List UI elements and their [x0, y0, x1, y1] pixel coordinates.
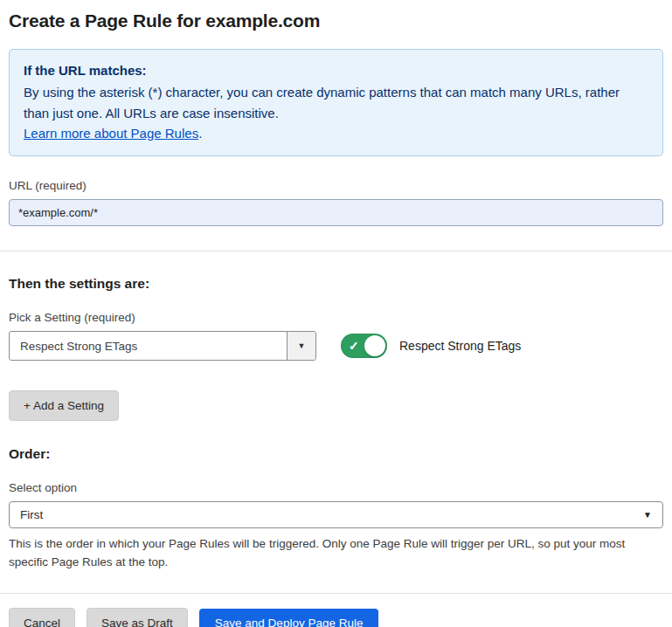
settings-heading: Then the settings are:	[9, 276, 663, 292]
check-icon: ✓	[349, 339, 359, 353]
setting-select[interactable]: Respect Strong ETags ▼	[9, 331, 316, 361]
caret-down-icon: ▼	[643, 511, 652, 520]
order-select[interactable]: First ▼	[9, 501, 663, 528]
footer-divider	[0, 593, 672, 594]
pick-setting-label: Pick a Setting (required)	[9, 311, 663, 324]
info-box-body: By using the asterisk (*) character, you…	[24, 82, 648, 123]
order-section: Order: Select option First ▼ This is the…	[9, 440, 663, 572]
add-setting-button[interactable]: + Add a Setting	[9, 390, 119, 421]
url-label: URL (required)	[9, 179, 663, 192]
setting-row: Respect Strong ETags ▼ ✓ Respect Strong …	[9, 331, 663, 361]
cancel-button[interactable]: Cancel	[9, 608, 75, 627]
url-input[interactable]	[9, 199, 663, 226]
setting-select-value: Respect Strong ETags	[10, 332, 287, 360]
save-draft-button[interactable]: Save as Draft	[87, 608, 188, 627]
spacer	[0, 440, 672, 441]
url-match-info-box: If the URL matches: By using the asteris…	[9, 49, 663, 156]
etags-toggle[interactable]: ✓	[341, 334, 387, 358]
toggle-knob	[364, 335, 385, 356]
page-rule-form: Create a Page Rule for example.com If th…	[0, 0, 672, 627]
order-heading: Order:	[9, 446, 663, 462]
setting-select-arrow-button[interactable]: ▼	[287, 332, 315, 360]
save-deploy-button[interactable]: Save and Deploy Page Rule	[199, 609, 379, 627]
learn-more-link[interactable]: Learn more about Page Rules	[24, 126, 198, 141]
link-suffix: .	[198, 126, 202, 141]
caret-down-icon: ▼	[298, 342, 306, 350]
order-select-label: Select option	[9, 481, 663, 494]
order-select-value: First	[20, 508, 43, 521]
divider	[0, 251, 672, 251]
info-box-link-line: Learn more about Page Rules.	[24, 123, 648, 143]
toggle-label: Respect Strong ETags	[399, 339, 521, 353]
info-box-heading: If the URL matches:	[24, 60, 648, 80]
footer-actions: Cancel Save as Draft Save and Deploy Pag…	[9, 608, 663, 627]
page-title: Create a Page Rule for example.com	[9, 10, 663, 31]
order-help-text: This is the order in which your Page Rul…	[9, 535, 660, 572]
